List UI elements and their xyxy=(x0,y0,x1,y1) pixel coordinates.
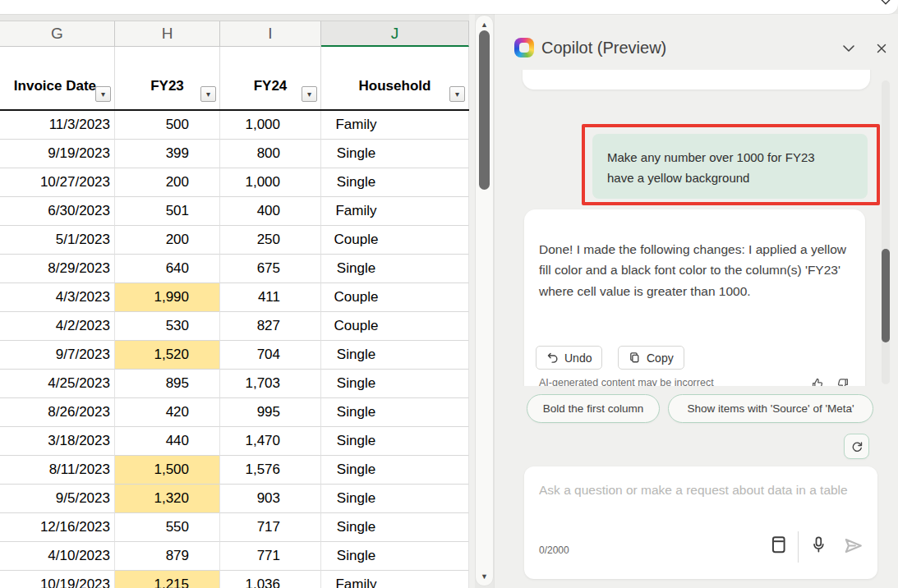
panel-collapse-button[interactable] xyxy=(839,39,859,58)
filter-button[interactable]: ▾ xyxy=(449,86,465,102)
table-cell[interactable]: 895 xyxy=(115,370,220,398)
table-cell[interactable]: Family xyxy=(321,197,469,226)
table-cell[interactable]: Single xyxy=(321,140,469,168)
table-cell[interactable]: 12/16/2023 xyxy=(0,513,115,542)
table-cell[interactable]: 1,703 xyxy=(220,370,321,398)
table-cell[interactable]: 1,470 xyxy=(220,427,321,456)
send-icon[interactable] xyxy=(843,537,863,554)
table-cell[interactable]: 550 xyxy=(115,513,220,542)
column-header-h[interactable]: H xyxy=(115,21,220,47)
table-cell[interactable]: 771 xyxy=(220,542,321,571)
scroll-down-icon[interactable]: ▼ xyxy=(476,572,493,581)
ribbon-collapse-chevron-icon[interactable] xyxy=(878,0,893,9)
table-cell[interactable]: 399 xyxy=(115,140,220,168)
notebook-icon[interactable] xyxy=(770,535,787,554)
table-cell[interactable]: Single xyxy=(321,255,469,283)
table-cell[interactable]: Single xyxy=(321,485,469,513)
scrollbar-thumb[interactable] xyxy=(479,30,490,190)
filter-button[interactable]: ▾ xyxy=(95,86,111,102)
table-cell[interactable]: 10/27/2023 xyxy=(0,168,115,197)
column-header-i[interactable]: I xyxy=(220,21,321,47)
table-cell[interactable]: 440 xyxy=(115,427,220,456)
table-row: 9/5/20231,320903Single xyxy=(0,485,469,513)
table-cell[interactable]: 8/26/2023 xyxy=(0,398,115,427)
table-cell[interactable]: Family xyxy=(321,111,469,140)
copilot-input[interactable] xyxy=(539,480,863,529)
undo-button[interactable]: Undo xyxy=(536,346,602,370)
refresh-suggestions-button[interactable] xyxy=(844,434,869,459)
table-cell[interactable]: Single xyxy=(321,542,469,571)
table-cell[interactable]: 1,990 xyxy=(115,283,220,312)
table-cell[interactable]: 827 xyxy=(220,312,321,341)
table-cell[interactable]: 4/2/2023 xyxy=(0,312,115,341)
table-cell[interactable]: 1,576 xyxy=(220,456,321,485)
table-cell[interactable]: 400 xyxy=(220,197,321,226)
panel-scrollbar-thumb[interactable] xyxy=(882,249,890,342)
table-cell[interactable]: 9/19/2023 xyxy=(0,140,115,168)
table-cell[interactable]: 6/30/2023 xyxy=(0,197,115,226)
table-cell[interactable]: Single xyxy=(321,370,469,398)
table-cell[interactable]: 995 xyxy=(220,398,321,427)
table-cell[interactable]: 4/10/2023 xyxy=(0,542,115,571)
panel-close-button[interactable] xyxy=(872,39,891,58)
sheet-vertical-scrollbar[interactable]: ▲ ▼ xyxy=(475,15,494,586)
table-cell[interactable]: 903 xyxy=(220,485,321,513)
table-cell[interactable]: 879 xyxy=(115,542,220,571)
table-cell[interactable]: 1,036 xyxy=(220,571,321,588)
table-cell[interactable]: Single xyxy=(321,341,469,370)
table-cell[interactable]: 200 xyxy=(115,168,220,197)
column-header-g[interactable]: G xyxy=(0,21,115,47)
filter-button[interactable]: ▾ xyxy=(302,86,317,102)
table-cell[interactable]: Single xyxy=(321,513,469,542)
column-header-j-selected[interactable]: J xyxy=(321,21,469,47)
table-cell[interactable]: Couple xyxy=(321,312,469,341)
filter-button[interactable]: ▾ xyxy=(200,86,216,102)
table-cell[interactable]: 5/1/2023 xyxy=(0,226,115,255)
table-cell[interactable]: 1,000 xyxy=(220,111,321,140)
table-cell[interactable]: 250 xyxy=(220,226,321,255)
copy-button[interactable]: Copy xyxy=(618,346,684,370)
table-cell[interactable]: 717 xyxy=(220,513,321,542)
table-cell[interactable]: 1,000 xyxy=(220,168,321,197)
table-cell[interactable]: 1,215 xyxy=(115,571,220,588)
table-cell[interactable]: Couple xyxy=(321,283,469,312)
microphone-icon[interactable] xyxy=(810,535,827,556)
table-cell[interactable]: 640 xyxy=(115,255,220,283)
table-cell[interactable]: 1,500 xyxy=(115,456,220,485)
header-cell-household[interactable]: Household ▾ xyxy=(321,47,469,109)
table-cell[interactable]: 9/5/2023 xyxy=(0,485,115,513)
table-cell[interactable]: 420 xyxy=(115,398,220,427)
header-cell-invoice-date[interactable]: Invoice Date ▾ xyxy=(0,47,115,109)
table-cell[interactable]: 9/7/2023 xyxy=(0,341,115,370)
table-cell[interactable]: 411 xyxy=(220,283,321,312)
table-cell[interactable]: 3/18/2023 xyxy=(0,427,115,456)
table-cell[interactable]: 500 xyxy=(115,111,220,140)
table-cell[interactable]: 501 xyxy=(115,197,220,226)
table-cell[interactable]: 4/3/2023 xyxy=(0,283,115,312)
table-cell[interactable]: Single xyxy=(321,427,469,456)
table-cell[interactable]: 675 xyxy=(220,255,321,283)
table-cell[interactable]: Single xyxy=(321,456,469,485)
header-cell-fy23[interactable]: FY23 ▾ xyxy=(115,47,220,109)
table-cell[interactable]: 530 xyxy=(115,312,220,341)
table-cell[interactable]: 800 xyxy=(220,140,321,168)
table-cell[interactable]: 10/19/2023 xyxy=(0,571,115,588)
table-cell[interactable]: Couple xyxy=(321,226,469,255)
table-cell[interactable]: 8/29/2023 xyxy=(0,255,115,283)
table-cell[interactable]: 8/11/2023 xyxy=(0,456,115,485)
table-cell[interactable]: Single xyxy=(321,398,469,427)
thumbs-down-icon[interactable] xyxy=(836,376,851,386)
header-cell-fy24[interactable]: FY24 ▾ xyxy=(220,47,321,109)
suggestion-chip-show-items-source-meta[interactable]: Show items with 'Source' of 'Meta' xyxy=(668,394,873,423)
suggestion-chip-bold-first-column[interactable]: Bold the first column xyxy=(527,394,660,423)
thumbs-up-icon[interactable] xyxy=(810,376,825,386)
table-cell[interactable]: 4/25/2023 xyxy=(0,370,115,398)
table-cell[interactable]: Family xyxy=(321,571,469,588)
scroll-up-icon[interactable]: ▲ xyxy=(476,21,493,29)
table-cell[interactable]: 200 xyxy=(115,226,220,255)
table-cell[interactable]: Single xyxy=(321,168,469,197)
table-cell[interactable]: 704 xyxy=(220,341,321,370)
table-cell[interactable]: 1,520 xyxy=(115,341,220,370)
table-cell[interactable]: 1,320 xyxy=(115,485,220,513)
table-cell[interactable]: 11/3/2023 xyxy=(0,111,115,140)
